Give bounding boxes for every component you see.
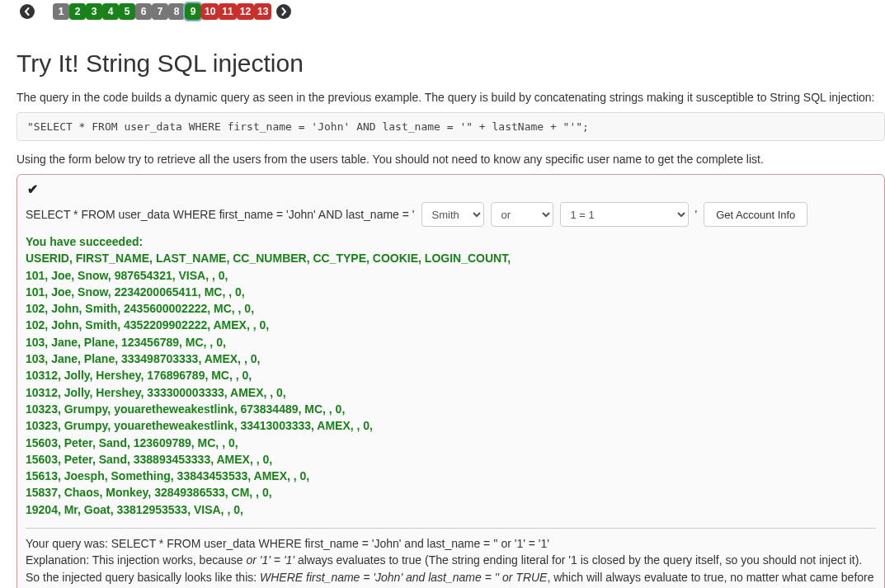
lastname-select[interactable]: Smith — [421, 202, 484, 227]
page-dot-6[interactable]: 6 — [135, 3, 152, 20]
page-dot-13[interactable]: 13 — [254, 3, 271, 20]
result-row: 103, Jane, Plane, 333498703333, AMEX, , … — [26, 350, 876, 367]
page-dot-7[interactable]: 7 — [152, 3, 168, 20]
page-dot-12[interactable]: 12 — [237, 3, 254, 20]
result-columns: USERID, FIRST_NAME, LAST_NAME, CC_NUMBER… — [26, 250, 876, 266]
result-row: 15603, Peter, Sand, 338893453333, AMEX, … — [26, 451, 876, 468]
code-example: "SELECT * FROM user_data WHERE first_nam… — [16, 112, 885, 141]
result-row: 15837, Chaos, Monkey, 32849386533, CM, ,… — [26, 484, 876, 501]
query-suffix: ' — [695, 208, 698, 221]
result-row: 102, John, Smith, 2435600002222, MC, , 0… — [26, 300, 876, 317]
query-was: SELECT * FROM user_data WHERE first_name… — [111, 537, 549, 550]
lesson-pagination: 12345678910111213 — [16, 0, 885, 26]
result-row: 19204, Mr, Goat, 33812953533, VISA, , 0, — [26, 501, 876, 518]
result-row: 10312, Jolly, Hershey, 176896789, MC, , … — [26, 367, 876, 383]
attack-panel: ✔ SELECT * FROM user_data WHERE first_na… — [16, 174, 885, 588]
page-dot-4[interactable]: 4 — [102, 3, 119, 20]
result-row: 101, Joe, Snow, 2234200065411, MC, , 0, — [26, 284, 876, 300]
result-block: You have succeeded: USERID, FIRST_NAME, … — [26, 233, 876, 518]
get-account-info-button[interactable]: Get Account Info — [704, 202, 807, 227]
page-dot-2[interactable]: 2 — [69, 3, 86, 20]
result-row: 15603, Peter, Sand, 123609789, MC, , 0, — [26, 435, 876, 451]
query-prefix: SELECT * FROM user_data WHERE first_name… — [26, 208, 415, 221]
operator-select[interactable]: or — [491, 202, 553, 227]
page-dot-3[interactable]: 3 — [86, 3, 102, 20]
result-heading: You have succeeded: — [26, 233, 876, 250]
result-row: 10312, Jolly, Hershey, 333300003333, AME… — [26, 384, 876, 401]
query-form: SELECT * FROM user_data WHERE first_name… — [26, 202, 876, 227]
page-title: Try It! String SQL injection — [16, 49, 885, 78]
result-row: 103, Jane, Plane, 123456789, MC, , 0, — [26, 334, 876, 350]
intro-text: The query in the code builds a dynamic q… — [16, 91, 885, 104]
explanation-prefix: Explanation: This injection works, becau… — [26, 553, 246, 567]
page-dot-11[interactable]: 11 — [219, 3, 236, 20]
explanation-ital1: or '1' = '1' — [246, 553, 294, 567]
result-row: 10323, Grumpy, youaretheweakestlink, 673… — [26, 401, 876, 417]
result-row: 102, John, Smith, 4352209902222, AMEX, ,… — [26, 317, 876, 333]
success-check-icon: ✔ — [26, 181, 876, 200]
next-page-icon[interactable] — [276, 4, 291, 19]
page-dot-1[interactable]: 1 — [53, 3, 69, 20]
prev-page-icon[interactable] — [20, 4, 35, 19]
instruction-text: Using the form below try to retrieve all… — [16, 153, 885, 166]
result-row: 101, Joe, Snow, 987654321, VISA, , 0, — [26, 267, 876, 284]
result-row: 10323, Grumpy, youaretheweakestlink, 334… — [26, 417, 876, 434]
page-dot-9[interactable]: 9 — [185, 3, 201, 20]
page-dot-5[interactable]: 5 — [119, 3, 135, 20]
condition-select[interactable]: 1 = 1 — [560, 202, 689, 227]
query-was-label: Your query was: — [26, 537, 111, 550]
explanation-ital2: WHERE first_name = 'John' and last_name … — [260, 571, 547, 584]
page-dot-8[interactable]: 8 — [168, 3, 185, 20]
explanation-block: Your query was: SELECT * FROM user_data … — [26, 528, 876, 588]
result-row: 15613, Joesph, Something, 33843453533, A… — [26, 468, 876, 484]
page-dot-10[interactable]: 10 — [201, 3, 219, 20]
